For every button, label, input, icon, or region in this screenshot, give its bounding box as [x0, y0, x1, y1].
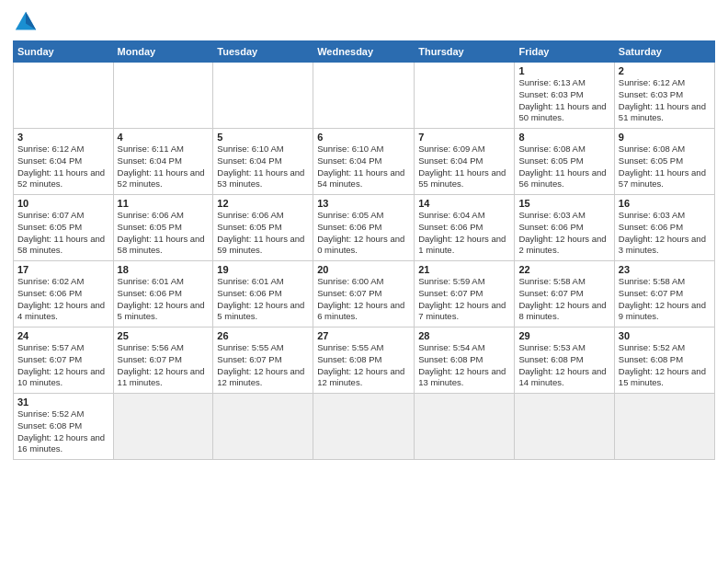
day-number: 11: [118, 198, 210, 209]
calendar-week-row: 24Sunrise: 5:57 AM Sunset: 6:07 PM Dayli…: [14, 327, 715, 394]
calendar-cell: [313, 63, 415, 129]
logo-icon: [13, 9, 39, 35]
calendar-week-row: 17Sunrise: 6:02 AM Sunset: 6:06 PM Dayli…: [14, 261, 715, 327]
calendar-cell: 19Sunrise: 6:01 AM Sunset: 6:06 PM Dayli…: [213, 261, 313, 327]
calendar-cell: [213, 394, 313, 460]
day-number: 16: [619, 198, 711, 209]
day-number: 10: [17, 198, 109, 209]
day-number: 4: [118, 132, 210, 143]
calendar-cell: 7Sunrise: 6:09 AM Sunset: 6:04 PM Daylig…: [415, 129, 515, 195]
day-number: 21: [418, 264, 510, 275]
day-info: Sunrise: 6:11 AM Sunset: 6:04 PM Dayligh…: [118, 144, 210, 190]
day-info: Sunrise: 5:53 AM Sunset: 6:08 PM Dayligh…: [518, 342, 609, 389]
calendar-cell: 4Sunrise: 6:11 AM Sunset: 6:04 PM Daylig…: [113, 129, 213, 195]
day-info: Sunrise: 5:54 AM Sunset: 6:08 PM Dayligh…: [418, 342, 510, 389]
day-info: Sunrise: 5:52 AM Sunset: 6:08 PM Dayligh…: [17, 408, 109, 455]
day-number: 20: [317, 264, 410, 275]
weekday-header: Sunday: [14, 41, 114, 63]
day-info: Sunrise: 6:07 AM Sunset: 6:05 PM Dayligh…: [17, 210, 109, 257]
day-info: Sunrise: 6:01 AM Sunset: 6:06 PM Dayligh…: [217, 276, 309, 323]
day-number: 15: [518, 198, 609, 209]
day-info: Sunrise: 6:10 AM Sunset: 6:04 PM Dayligh…: [217, 144, 309, 190]
weekday-header: Thursday: [415, 41, 515, 63]
day-info: Sunrise: 6:04 AM Sunset: 6:06 PM Dayligh…: [418, 210, 510, 257]
day-info: Sunrise: 6:06 AM Sunset: 6:05 PM Dayligh…: [118, 210, 210, 257]
day-number: 1: [518, 65, 609, 76]
calendar-header-row: SundayMondayTuesdayWednesdayThursdayFrid…: [14, 41, 715, 63]
weekday-header: Saturday: [614, 41, 714, 63]
logo: [13, 9, 42, 35]
calendar-cell: [213, 63, 313, 129]
calendar-cell: 22Sunrise: 5:58 AM Sunset: 6:07 PM Dayli…: [515, 261, 614, 327]
day-number: 9: [619, 132, 711, 143]
calendar-cell: 11Sunrise: 6:06 AM Sunset: 6:05 PM Dayli…: [113, 195, 213, 261]
day-info: Sunrise: 6:08 AM Sunset: 6:05 PM Dayligh…: [619, 144, 711, 190]
weekday-header: Tuesday: [213, 41, 313, 63]
day-info: Sunrise: 5:58 AM Sunset: 6:07 PM Dayligh…: [518, 276, 609, 323]
day-number: 29: [518, 330, 609, 341]
day-info: Sunrise: 6:12 AM Sunset: 6:04 PM Dayligh…: [17, 144, 109, 190]
calendar-cell: 3Sunrise: 6:12 AM Sunset: 6:04 PM Daylig…: [14, 129, 114, 195]
weekday-header: Friday: [515, 41, 614, 63]
calendar-cell: 5Sunrise: 6:10 AM Sunset: 6:04 PM Daylig…: [213, 129, 313, 195]
calendar-cell: 6Sunrise: 6:10 AM Sunset: 6:04 PM Daylig…: [313, 129, 415, 195]
calendar-cell: 28Sunrise: 5:54 AM Sunset: 6:08 PM Dayli…: [415, 327, 515, 394]
calendar-cell: 17Sunrise: 6:02 AM Sunset: 6:06 PM Dayli…: [14, 261, 114, 327]
calendar-cell: [614, 394, 714, 460]
calendar-cell: 10Sunrise: 6:07 AM Sunset: 6:05 PM Dayli…: [14, 195, 114, 261]
weekday-header: Wednesday: [313, 41, 415, 63]
day-number: 23: [619, 264, 711, 275]
day-info: Sunrise: 6:09 AM Sunset: 6:04 PM Dayligh…: [418, 144, 510, 190]
day-number: 30: [619, 330, 711, 341]
header: [13, 9, 715, 35]
day-info: Sunrise: 5:52 AM Sunset: 6:08 PM Dayligh…: [619, 342, 711, 389]
calendar-cell: 18Sunrise: 6:01 AM Sunset: 6:06 PM Dayli…: [113, 261, 213, 327]
day-number: 31: [17, 396, 109, 408]
day-info: Sunrise: 5:55 AM Sunset: 6:08 PM Dayligh…: [317, 342, 410, 389]
weekday-header: Monday: [113, 41, 213, 63]
day-info: Sunrise: 5:55 AM Sunset: 6:07 PM Dayligh…: [217, 342, 309, 389]
day-number: 24: [17, 330, 109, 341]
day-info: Sunrise: 6:10 AM Sunset: 6:04 PM Dayligh…: [317, 144, 410, 190]
day-info: Sunrise: 6:08 AM Sunset: 6:05 PM Dayligh…: [518, 144, 609, 190]
calendar-week-row: 10Sunrise: 6:07 AM Sunset: 6:05 PM Dayli…: [14, 195, 715, 261]
day-number: 8: [518, 132, 609, 143]
calendar-cell: 29Sunrise: 5:53 AM Sunset: 6:08 PM Dayli…: [515, 327, 614, 394]
day-number: 3: [17, 132, 109, 143]
calendar-cell: [415, 63, 515, 129]
day-info: Sunrise: 6:03 AM Sunset: 6:06 PM Dayligh…: [518, 210, 609, 257]
day-number: 2: [619, 65, 711, 76]
calendar-cell: [515, 394, 614, 460]
calendar-cell: 25Sunrise: 5:56 AM Sunset: 6:07 PM Dayli…: [113, 327, 213, 394]
day-number: 19: [217, 264, 309, 275]
day-number: 14: [418, 198, 510, 209]
day-number: 25: [118, 330, 210, 341]
day-info: Sunrise: 6:05 AM Sunset: 6:06 PM Dayligh…: [317, 210, 410, 257]
calendar-cell: [113, 394, 213, 460]
day-info: Sunrise: 6:02 AM Sunset: 6:06 PM Dayligh…: [17, 276, 109, 323]
day-info: Sunrise: 6:12 AM Sunset: 6:03 PM Dayligh…: [619, 77, 711, 124]
day-number: 27: [317, 330, 410, 341]
day-number: 12: [217, 198, 309, 209]
calendar-cell: 9Sunrise: 6:08 AM Sunset: 6:05 PM Daylig…: [614, 129, 714, 195]
calendar-cell: [14, 63, 114, 129]
day-info: Sunrise: 6:06 AM Sunset: 6:05 PM Dayligh…: [217, 210, 309, 257]
day-info: Sunrise: 5:58 AM Sunset: 6:07 PM Dayligh…: [619, 276, 711, 323]
day-info: Sunrise: 6:01 AM Sunset: 6:06 PM Dayligh…: [118, 276, 210, 323]
day-number: 28: [418, 330, 510, 341]
calendar-cell: 1Sunrise: 6:13 AM Sunset: 6:03 PM Daylig…: [515, 63, 614, 129]
calendar-cell: [113, 63, 213, 129]
calendar-cell: [313, 394, 415, 460]
calendar-week-row: 1Sunrise: 6:13 AM Sunset: 6:03 PM Daylig…: [14, 63, 715, 129]
calendar-cell: [415, 394, 515, 460]
calendar-cell: 24Sunrise: 5:57 AM Sunset: 6:07 PM Dayli…: [14, 327, 114, 394]
calendar: SundayMondayTuesdayWednesdayThursdayFrid…: [13, 40, 715, 460]
day-info: Sunrise: 6:13 AM Sunset: 6:03 PM Dayligh…: [518, 77, 609, 124]
calendar-cell: 26Sunrise: 5:55 AM Sunset: 6:07 PM Dayli…: [213, 327, 313, 394]
calendar-cell: 20Sunrise: 6:00 AM Sunset: 6:07 PM Dayli…: [313, 261, 415, 327]
day-number: 17: [17, 264, 109, 275]
day-number: 13: [317, 198, 410, 209]
day-number: 26: [217, 330, 309, 341]
calendar-week-row: 3Sunrise: 6:12 AM Sunset: 6:04 PM Daylig…: [14, 129, 715, 195]
day-number: 7: [418, 132, 510, 143]
